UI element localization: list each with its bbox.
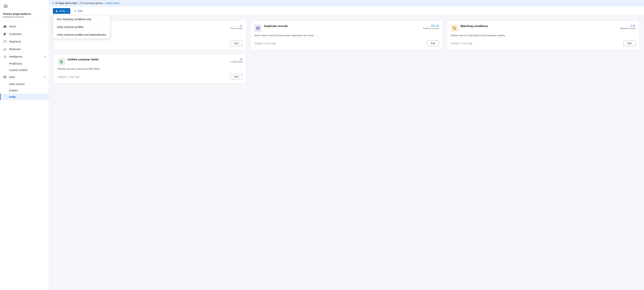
sidebar-item-predictions[interactable]: Predictions [0, 60, 49, 67]
duplicate-records-title-group: Duplicate records [264, 24, 420, 28]
unify-label: Unify [9, 95, 16, 98]
sidebar-item-intelligence[interactable]: Intelligence ∧ [0, 53, 49, 60]
matching-conditions-card: Matching conditions 9.4K Matched records… [447, 20, 640, 50]
sidebar-item-home[interactable]: Home [0, 23, 49, 30]
edit-button[interactable]: ✏ Edit [72, 8, 85, 14]
unified-fields-title-group: Unified customer fields [68, 58, 228, 61]
segments-label: Segments [9, 40, 46, 43]
custom-models-label: Custom models [9, 68, 28, 72]
svg-rect-9 [455, 28, 456, 30]
duplicate-records-updated: Updated: 2 hours ago [254, 42, 276, 45]
matching-conditions-description: Define rules for matching records betwee… [451, 34, 636, 37]
sidebar-header: Primary target audience › Individual con… [0, 0, 49, 21]
dropdown-item-unify-profiles[interactable]: Unify customer profiles [53, 23, 110, 31]
matching-conditions-edit-button[interactable]: Edit [624, 40, 636, 46]
data-collapse-icon: ∧ [44, 76, 46, 78]
measures-icon [3, 47, 7, 51]
unified-customer-fields-card: Unified customer fields 29 Unified field… [54, 54, 246, 84]
trial-separator: | [78, 2, 79, 4]
unified-customer-fields-header: Unified customer fields 29 Unified field… [58, 58, 242, 65]
edit-icon: ✏ [74, 10, 77, 12]
unified-fields-edit-button[interactable]: Edit [230, 74, 242, 80]
duplicate-records-description: Select which record to keep when duplica… [254, 34, 439, 37]
intelligence-label: Intelligence [9, 55, 44, 58]
duplicate-records-card: Duplicate records 681.3K Duplicate recor… [250, 20, 443, 50]
main-area: ℹ 27 days left in trial | For licensing … [49, 0, 644, 290]
svg-rect-11 [455, 26, 456, 28]
sidebar-item-entities[interactable]: Entities [0, 87, 49, 94]
sidebar-item-measures[interactable]: Measures [0, 45, 49, 53]
info-icon: ℹ [53, 2, 54, 4]
customers-icon [3, 32, 7, 36]
svg-point-0 [4, 33, 5, 34]
matching-conditions-icon [451, 24, 458, 32]
data-sources-label: Data sources [9, 82, 24, 86]
unified-fields-footer: Updated: 2 hours ago Edit [58, 74, 242, 80]
edit-button-label: Edit [78, 10, 82, 12]
intelligence-icon [3, 55, 7, 58]
unified-fields-count-group: 29 Unified fields [230, 58, 242, 63]
unified-fields-title: Unified customer fields [68, 58, 228, 61]
dropdown-item-unify-dependencies[interactable]: Unify customer profiles and dependencies [53, 31, 110, 38]
sidebar-item-segments[interactable]: Segments [0, 38, 49, 45]
sidebar: Primary target audience › Individual con… [0, 0, 49, 290]
content-area: Source fields 11 Source fields Define th… [49, 16, 644, 290]
data-label: Data [9, 76, 44, 78]
audience-sub-text: Individual consumers [3, 16, 46, 18]
predictions-label: Predictions [9, 62, 22, 65]
unify-button-icon: ♟ [56, 10, 58, 12]
duplicate-records-edit-button[interactable]: Edit [427, 40, 439, 46]
source-fields-count-group: 11 Source fields [230, 24, 242, 30]
matching-conditions-count-group: 9.4K Matched records [620, 24, 636, 30]
trial-message-text: 27 days left in trial [55, 2, 77, 4]
audience-label-text: Primary target audience [3, 12, 31, 15]
hamburger-menu[interactable] [3, 4, 8, 9]
unified-fields-count: 29 [230, 58, 242, 60]
sidebar-item-unify[interactable]: Unify [0, 94, 49, 100]
source-fields-edit-button[interactable]: Edit [230, 40, 242, 46]
trial-days: 27 days left in trial [55, 2, 77, 4]
svg-point-2 [4, 56, 6, 57]
sidebar-nav: Home Customers Segments Measures Intelli… [0, 21, 49, 290]
unify-chevron-down-icon: ▾ [67, 10, 68, 12]
source-fields-count: 11 [230, 24, 242, 27]
audience-label: Primary target audience › [3, 12, 46, 15]
sidebar-item-data-sources[interactable]: Data sources [0, 81, 49, 87]
matching-conditions-card-header: Matching conditions 9.4K Matched records [451, 24, 636, 32]
home-label: Home [9, 25, 46, 28]
measures-label: Measures [9, 48, 46, 50]
source-fields-count-label: Source fields [230, 27, 242, 30]
source-fields-footer: Edit [58, 40, 242, 46]
duplicate-records-icon [254, 24, 262, 32]
duplicate-records-count-group: 681.3K Duplicate records [423, 24, 439, 30]
cards-grid-top: Source fields 11 Source fields Define th… [54, 20, 640, 50]
data-icon [3, 75, 7, 79]
chevron-right-icon[interactable]: › [45, 13, 46, 15]
sidebar-item-customers[interactable]: Customers [0, 30, 49, 38]
duplicate-records-title: Duplicate records [264, 24, 420, 28]
matching-conditions-count-label: Matched records [620, 27, 636, 30]
unify-button[interactable]: ♟ Unify ▾ [53, 8, 70, 14]
segments-icon [3, 40, 7, 44]
customers-label: Customers [9, 32, 46, 36]
contact-sales-link[interactable]: contact sales. [105, 2, 120, 4]
entities-label: Entities [9, 89, 18, 92]
matching-conditions-updated: Updated: 2 hours ago [451, 42, 472, 45]
unified-customer-fields-icon [58, 58, 65, 65]
unify-dropdown-menu: Run matching conditions only Unify custo… [53, 15, 110, 39]
svg-rect-10 [453, 28, 454, 30]
sidebar-item-data[interactable]: Data ∧ [0, 73, 49, 81]
matching-conditions-count: 9.4K [620, 24, 636, 27]
home-icon [3, 24, 7, 28]
trial-licensing-text: For licensing options, [80, 2, 104, 4]
duplicate-records-card-header: Duplicate records 681.3K Duplicate recor… [254, 24, 439, 32]
unified-fields-description: Review and edit customer profile fields [58, 67, 242, 70]
dropdown-item-run-matching[interactable]: Run matching conditions only [53, 16, 110, 23]
matching-conditions-title: Matching conditions [460, 24, 618, 28]
unified-fields-updated: Updated: 2 hours ago [58, 76, 79, 78]
sidebar-item-custom-models[interactable]: Custom models [0, 67, 49, 73]
cards-grid-bottom: Unified customer fields 29 Unified field… [54, 54, 640, 84]
unified-fields-count-label: Unified fields [230, 60, 242, 63]
trial-banner: ℹ 27 days left in trial | For licensing … [49, 0, 644, 6]
svg-rect-8 [453, 26, 454, 28]
